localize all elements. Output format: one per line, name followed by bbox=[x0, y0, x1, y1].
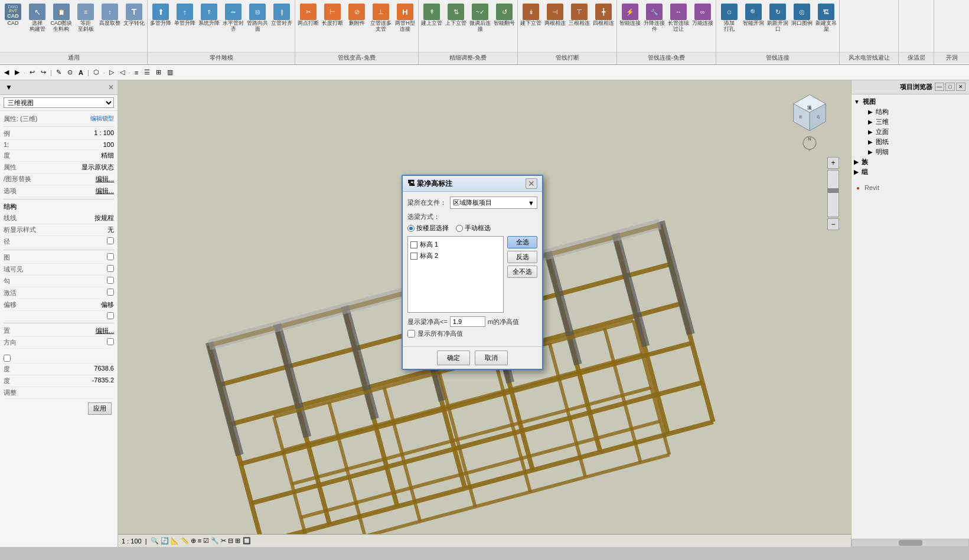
dialog-height-input[interactable] bbox=[450, 316, 485, 327]
tree-item-schedule[interactable]: ▶ 明细 bbox=[854, 147, 967, 157]
dialog-list-area: 标高 1 标高 2 bbox=[407, 236, 504, 313]
dialog-confirm-btn[interactable]: 确定 bbox=[437, 351, 470, 365]
pipe-system-icon[interactable]: ⇑ 系统升降 bbox=[197, 2, 221, 28]
cmd-back[interactable]: ↩ bbox=[28, 68, 37, 77]
vertical-multi-icon[interactable]: ⊥ 立管连多支管 bbox=[369, 2, 393, 34]
length-cut-icon[interactable]: ⊢ 长度打断 bbox=[321, 2, 344, 28]
universal-connect-icon[interactable]: ∞ 万能连接 bbox=[691, 2, 714, 28]
four-root-icon[interactable]: ╋ 四根相连 bbox=[592, 2, 615, 28]
prop-value-shape-sub[interactable]: 编辑... bbox=[96, 175, 114, 184]
build-vertical-icon[interactable]: ↟ 建上立管 bbox=[420, 2, 443, 28]
up-down-vertical-icon[interactable]: ⇅ 上下立管 bbox=[444, 2, 468, 28]
apply-button[interactable]: 应用 bbox=[88, 402, 112, 415]
hole-legend-icon[interactable]: ◎ 洞口图例 bbox=[790, 2, 814, 28]
dialog-close-btn[interactable]: ✕ bbox=[526, 178, 537, 189]
dialog-checkbox-item-1[interactable] bbox=[410, 241, 417, 248]
tree-item-elevation[interactable]: ▶ 立面 bbox=[854, 127, 967, 137]
up-down-vertical-icon-label: 上下立管 bbox=[445, 21, 466, 27]
two-root-icon[interactable]: ⊣ 两根相连 bbox=[543, 2, 567, 28]
micro-connect-icon[interactable]: ~✓ 微调后连接 bbox=[468, 2, 492, 34]
down-vertical-icon[interactable]: ↡ 建下立管 bbox=[519, 2, 543, 28]
dialog-show-all-checkbox[interactable] bbox=[407, 330, 415, 338]
revit-item[interactable]: ● Revit bbox=[854, 182, 967, 194]
cmd-play[interactable]: ▷ bbox=[107, 68, 116, 77]
dialog-checkbox-item-2[interactable] bbox=[410, 253, 417, 260]
vertical-multi-icon-label: 立管连多支管 bbox=[370, 21, 392, 32]
tree-root-families[interactable]: ▶ 族 bbox=[854, 157, 967, 167]
dialog-cancel-btn[interactable]: 取消 bbox=[475, 351, 508, 365]
prop-checkbox-direction[interactable] bbox=[107, 338, 114, 345]
cmd-forward[interactable]: ↪ bbox=[39, 68, 48, 77]
dialog-radio-by-floor[interactable]: 按楼层选择 bbox=[407, 224, 449, 232]
canvas-area[interactable]: N S 顶 右 前 + − 1 : 100 | 🔍 🔄 � bbox=[118, 80, 851, 547]
tree-item-structure[interactable]: ▶ 结构 bbox=[854, 107, 967, 117]
smart-open-icon[interactable]: 🔍 智能开洞 bbox=[742, 2, 765, 28]
prop-row-view-type: 属性: (三维) 编辑锁型 bbox=[4, 113, 114, 125]
tree-root-views[interactable]: ▼ 视图 bbox=[854, 97, 967, 107]
smart-connect-icon[interactable]: ⚡ 智能连接 bbox=[618, 2, 642, 28]
right-sidebar-maximize-btn[interactable]: □ bbox=[945, 83, 955, 91]
equal-dist-icon[interactable]: ≡ 等距至斜板 bbox=[74, 2, 97, 34]
tree-item-3d[interactable]: ▶ 三维 bbox=[854, 117, 967, 127]
right-sidebar-close-btn[interactable]: ✕ bbox=[956, 83, 965, 91]
sidebar-close-btn[interactable]: ✕ bbox=[108, 83, 114, 91]
dialog-radio-manual[interactable]: 手动框选 bbox=[456, 224, 491, 232]
new-build-icon[interactable]: 🏗 新建支吊架 bbox=[814, 2, 838, 34]
cmd-pause[interactable]: ◁ bbox=[118, 68, 126, 77]
three-root-icon[interactable]: ⊤ 三根相连 bbox=[567, 2, 591, 28]
cmd-hex[interactable]: ⬡ bbox=[92, 68, 101, 77]
right-sidebar-scrollbar[interactable] bbox=[851, 539, 969, 547]
tree-root-groups[interactable]: ▶ 组 bbox=[854, 167, 967, 177]
prop-value-option[interactable]: 编辑... bbox=[96, 186, 114, 195]
cmd-grid[interactable]: ≡ bbox=[133, 68, 140, 77]
cad-icon[interactable]: DWG RVT CAD CAD bbox=[1, 2, 25, 28]
dialog-file-dropdown-arrow: ▼ bbox=[528, 199, 534, 207]
sidebar-view-dropdown[interactable]: 三维视图 bbox=[4, 97, 114, 108]
cmd-draw[interactable]: ✎ bbox=[54, 68, 63, 77]
single-pipe-up-icon[interactable]: ↑ 单管升降 bbox=[173, 2, 197, 28]
pipe-same-dir-icon[interactable]: ⊟ 管路向共面 bbox=[246, 2, 269, 34]
two-h-connect-icon[interactable]: H 两管H型连接 bbox=[393, 2, 417, 34]
prop-checkbox-active[interactable] bbox=[107, 289, 114, 296]
toolbar-group-label-general: 通用 bbox=[0, 52, 147, 63]
right-sidebar-minimize-btn[interactable]: — bbox=[935, 83, 944, 91]
upgrade-connect-icon[interactable]: 🔧 升降连接件 bbox=[642, 2, 666, 34]
dialog-invert-btn[interactable]: 反选 bbox=[507, 251, 537, 263]
text-convert-icon[interactable]: T 文字转化 bbox=[122, 2, 146, 28]
cmd-snap[interactable]: ⊙ bbox=[66, 68, 74, 77]
prop-value-section-edit[interactable]: 编辑... bbox=[96, 326, 114, 335]
two-point-cut-icon[interactable]: ✂ 两点打断 bbox=[296, 2, 320, 28]
prop-checkbox-domain-visible[interactable] bbox=[107, 265, 114, 272]
prop-checkbox-hook[interactable] bbox=[107, 277, 114, 284]
vertical-align-icon[interactable]: ∥ 立管对齐 bbox=[270, 2, 293, 28]
dialog-select-all-btn[interactable]: 全选 bbox=[507, 236, 537, 248]
refresh-open-icon[interactable]: ↻ 刷新开洞口 bbox=[766, 2, 789, 34]
prop-label-display: 属性 bbox=[4, 163, 17, 172]
cmd-text[interactable]: A bbox=[77, 68, 85, 77]
prop-checkbox-empty[interactable] bbox=[107, 312, 114, 319]
prop-checkbox-fig[interactable] bbox=[107, 253, 114, 260]
add-hole-icon[interactable]: ○ 添加打孔 bbox=[717, 2, 741, 34]
smart-flip-icon[interactable]: ↺ 智能翻号 bbox=[492, 2, 516, 28]
multi-pipe-up-icon[interactable]: ⬆ 多管升降 bbox=[149, 2, 172, 28]
prop-value-edit-type[interactable]: 编辑锁型 bbox=[90, 114, 114, 123]
dialog-deselect-all-btn[interactable]: 全不选 bbox=[507, 266, 537, 278]
height-adjust-icon[interactable]: ↕ 高度取整 bbox=[98, 2, 122, 28]
long-connect-icon[interactable]: ↔ 长管连续过让 bbox=[667, 2, 690, 34]
cmd-redo[interactable]: ▶ bbox=[13, 68, 21, 77]
cmd-grid2[interactable]: ⊞ bbox=[154, 68, 163, 77]
cmd-panel[interactable]: ▥ bbox=[165, 68, 175, 77]
cmd-menu[interactable]: ☰ bbox=[142, 68, 152, 77]
tree-item-drawing[interactable]: ▶ 图纸 bbox=[854, 137, 967, 147]
cad-drawing-icon[interactable]: 📋 CAD图块生料构 bbox=[50, 2, 73, 34]
select-icon-label: 选择构建管 bbox=[30, 21, 45, 32]
prop-label-shape-sub: /图形替换 bbox=[4, 175, 31, 184]
horizontal-pipe-icon[interactable]: ═ 水平管对齐 bbox=[221, 2, 245, 34]
prop-checkbox-empty2[interactable] bbox=[4, 355, 11, 362]
sidebar-collapse-btn[interactable]: ▼ bbox=[4, 83, 14, 92]
select-icon[interactable]: ↖ 选择构建管 bbox=[25, 2, 49, 34]
prop-checkbox-size[interactable] bbox=[107, 237, 114, 244]
attach-part-icon[interactable]: ⊘ 删附件 bbox=[345, 2, 368, 28]
cmd-undo[interactable]: ◀ bbox=[2, 68, 11, 77]
dialog-file-dropdown[interactable]: 区域降板项目 ▼ bbox=[450, 197, 537, 209]
